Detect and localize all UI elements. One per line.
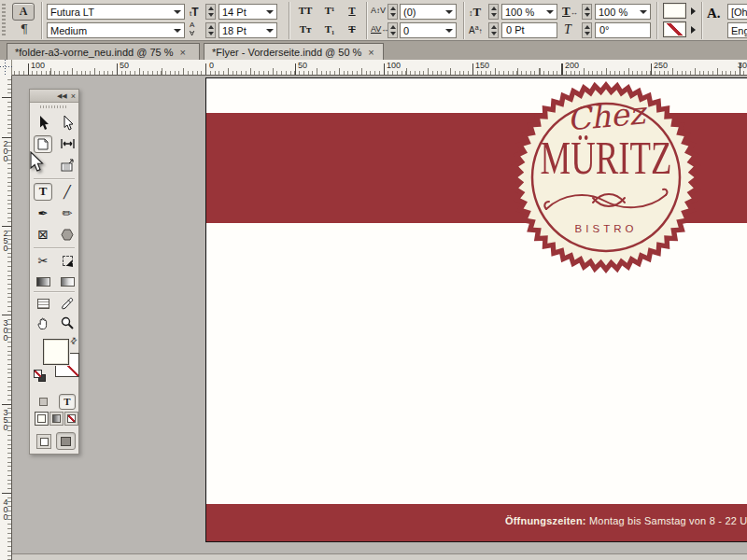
kerning-stepper[interactable] [388, 4, 398, 20]
vertical-scale-select[interactable]: 100 % [501, 4, 557, 20]
close-icon[interactable]: × [71, 91, 76, 101]
stepper-up[interactable] [206, 23, 215, 30]
horizontal-scale-stepper[interactable] [582, 4, 592, 20]
direct-selection-tool[interactable] [55, 112, 79, 133]
tab-flyer-vorderseite[interactable]: *Flyer - Vorderseite.indd @ 50 % × [204, 43, 384, 60]
pencil-tool[interactable]: ✏ [55, 203, 79, 223]
strikethrough-button[interactable]: T [342, 21, 362, 37]
gap-tool[interactable] [55, 133, 79, 154]
leading-select[interactable]: 18 Pt [218, 22, 277, 38]
zoom-tool[interactable] [55, 313, 79, 333]
character-formatting-button[interactable]: A [12, 3, 35, 21]
h-ruler-label: 250 [654, 61, 668, 70]
stepper-up[interactable] [388, 23, 397, 30]
small-caps-button[interactable]: Tᴛ [295, 21, 316, 37]
eyedropper-tool[interactable] [55, 293, 79, 314]
stepper-up[interactable] [388, 5, 397, 11]
formatting-affects-container-button[interactable] [31, 391, 55, 412]
rectangle-frame-tool[interactable]: ⊠ [31, 224, 55, 245]
panel-drag-grip[interactable] [40, 105, 68, 108]
font-size-stepper[interactable] [205, 4, 216, 20]
font-family-select[interactable]: Futura LT [47, 4, 185, 20]
free-transform-grid-tool[interactable] [55, 155, 79, 175]
baseline-shift-field[interactable]: 0 Pt [501, 22, 557, 38]
h-ruler-label: 50 [120, 61, 129, 70]
stepper-down[interactable] [206, 30, 215, 36]
preview-mode-button[interactable] [56, 432, 76, 450]
fill-flyout-arrow-icon[interactable] [691, 7, 696, 15]
superscript-button[interactable]: T¹ [319, 3, 340, 19]
horizontal-scale-select[interactable]: 100 % [595, 4, 651, 20]
line-tool[interactable]: ╱ [55, 181, 79, 202]
tab-folder-a3-vorne-neu[interactable]: *folder-a3-vorne_neu.indd @ 75 % × [7, 43, 200, 60]
stroke-flyout-arrow-icon[interactable] [691, 26, 696, 34]
stepper-up[interactable] [583, 23, 591, 30]
formatting-affects-text-button[interactable]: T [55, 391, 79, 412]
free-transform-tool[interactable] [55, 250, 79, 271]
note-icon [37, 299, 49, 309]
stepper-up[interactable] [489, 23, 498, 30]
normal-view-button[interactable] [36, 434, 51, 449]
leading-stepper[interactable] [205, 22, 216, 38]
stepper-down[interactable] [489, 11, 498, 18]
language-select[interactable]: Engli [727, 22, 747, 38]
gradient-feather-tool[interactable] [55, 272, 79, 292]
subscript-button[interactable]: T₁ [319, 21, 340, 37]
font-size-select[interactable]: 14 Pt [218, 4, 277, 20]
panel-grip[interactable] [2, 4, 6, 37]
apply-color-button[interactable] [35, 412, 49, 426]
type-tool[interactable]: T [31, 181, 55, 202]
default-fill-stroke-icon[interactable] [34, 370, 46, 382]
apply-gradient-button[interactable] [49, 412, 63, 426]
divider [34, 291, 75, 292]
stepper-down[interactable] [583, 30, 591, 36]
pen-tool[interactable]: ✒ [31, 203, 55, 223]
preview-icon [61, 437, 71, 446]
polygon-tool[interactable] [55, 224, 79, 245]
swap-fill-stroke-icon[interactable]: ⇄ [68, 335, 79, 346]
fill-color-swatch[interactable] [663, 3, 686, 19]
underline-button[interactable]: T [342, 3, 362, 19]
note-tool[interactable] [31, 293, 55, 314]
selection-tool[interactable] [31, 112, 55, 133]
stroke-color-swatch[interactable] [663, 21, 686, 37]
tracking-icon: AV↔ [371, 24, 388, 34]
fill-proxy-swatch[interactable] [43, 339, 69, 365]
document-page[interactable]: Öffnungszeiten: Montag bis Samstag von 8… [205, 77, 747, 542]
stepper-down[interactable] [388, 11, 397, 18]
paragraph-formatting-button[interactable]: ¶ [18, 21, 31, 38]
stepper-up[interactable] [583, 5, 591, 11]
baseline-shift-stepper[interactable] [488, 22, 499, 38]
separator [656, 2, 658, 39]
collapse-panel-icon[interactable]: ◀◀ [57, 92, 67, 100]
hand-tool[interactable] [31, 313, 55, 333]
chevron-down-icon [266, 10, 274, 14]
font-style-select[interactable]: Medium [47, 22, 185, 38]
close-icon[interactable]: × [368, 48, 374, 57]
v-ruler-label: 200 [1, 139, 10, 161]
stepper-up[interactable] [489, 5, 498, 11]
gradient-swatch-tool[interactable] [31, 272, 55, 292]
tab-title: *folder-a3-vorne_neu.indd @ 75 % [15, 47, 174, 58]
kerning-select[interactable]: (0) [400, 4, 457, 20]
vertical-scale-stepper[interactable] [488, 4, 499, 20]
tracking-stepper[interactable] [388, 22, 398, 38]
apply-none-button[interactable] [64, 412, 78, 426]
close-icon[interactable]: × [180, 48, 186, 57]
scissors-tool[interactable]: ✂ [31, 250, 55, 271]
stepper-down[interactable] [489, 30, 498, 36]
hand-icon [36, 316, 50, 330]
stepper-up[interactable] [206, 5, 215, 11]
line-icon: ╱ [63, 185, 71, 199]
tracking-select[interactable]: 0 [400, 22, 457, 38]
character-style-select[interactable]: [Ohn [727, 4, 747, 20]
bistro-logo-badge[interactable]: Chez MÜRITZ BISTRO [507, 78, 705, 276]
stepper-down[interactable] [583, 11, 591, 18]
skew-stepper[interactable] [582, 22, 592, 38]
stepper-down[interactable] [388, 30, 397, 36]
ruler-origin-corner[interactable] [0, 60, 12, 76]
all-caps-button[interactable]: TT [295, 3, 316, 19]
stepper-down[interactable] [206, 11, 215, 18]
skew-field[interactable]: 0° [595, 22, 651, 38]
tools-panel-titlebar[interactable]: ◀◀ × [30, 90, 78, 103]
